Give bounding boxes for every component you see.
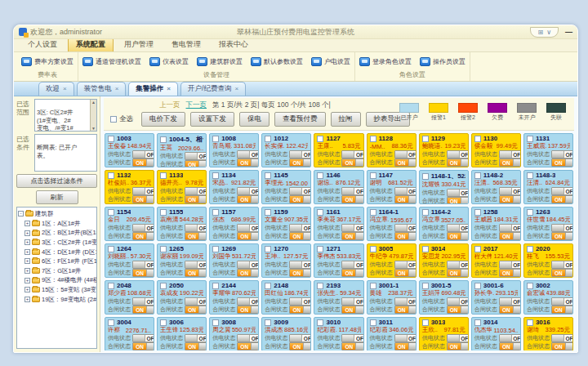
supply-toggle[interactable]: OFF: [341, 150, 363, 158]
expand-icon[interactable]: +: [24, 258, 30, 264]
supply-toggle[interactable]: OFF: [551, 187, 573, 195]
breaker-toggle[interactable]: ON: [185, 160, 207, 167]
minimize-button[interactable]: —: [565, 28, 572, 36]
breaker-toggle[interactable]: ON: [447, 342, 469, 350]
supply-toggle[interactable]: OFF: [185, 261, 207, 269]
breaker-toggle[interactable]: ON: [289, 195, 311, 203]
meter-checkbox[interactable]: [317, 246, 323, 252]
meter-checkbox[interactable]: [527, 136, 533, 142]
expand-icon[interactable]: +: [24, 297, 30, 302]
meter-checkbox[interactable]: [212, 319, 219, 326]
breaker-toggle[interactable]: ON: [132, 269, 154, 277]
tab-close-icon[interactable]: ×: [63, 86, 67, 92]
breaker-toggle[interactable]: ON: [341, 158, 363, 167]
meter-checkbox[interactable]: [108, 319, 114, 326]
meter-checkbox[interactable]: [265, 136, 271, 142]
meter-checkbox[interactable]: [212, 136, 219, 142]
meter-checkbox[interactable]: [474, 246, 481, 252]
action-button[interactable]: 电价下发: [141, 112, 185, 127]
supply-toggle[interactable]: OFF: [447, 297, 469, 306]
supply-toggle[interactable]: OFF: [341, 334, 363, 342]
meter-checkbox[interactable]: [422, 319, 429, 326]
supply-toggle[interactable]: OFF: [394, 297, 416, 306]
breaker-toggle[interactable]: ON: [499, 306, 521, 314]
meter-checkbox[interactable]: [474, 283, 481, 289]
breaker-toggle[interactable]: ON: [499, 195, 521, 203]
tree-item[interactable]: + 1区：A区1#井: [18, 219, 96, 229]
supply-toggle[interactable]: OFF: [551, 224, 573, 232]
breaker-toggle[interactable]: ON: [394, 342, 416, 350]
supply-toggle[interactable]: OFF: [289, 187, 311, 195]
ribbon-item[interactable]: 通道管理机设置: [82, 57, 141, 66]
breaker-toggle[interactable]: ON: [132, 195, 154, 203]
breaker-toggle[interactable]: ON: [447, 158, 469, 167]
breaker-toggle[interactable]: ON: [551, 232, 573, 240]
menu-item[interactable]: 系统配置: [68, 38, 114, 51]
meter-checkbox[interactable]: [265, 246, 271, 252]
window-style-control[interactable]: ⊞ ∨: [530, 27, 559, 38]
supply-toggle[interactable]: OFF: [499, 297, 521, 306]
breaker-toggle[interactable]: ON: [289, 342, 311, 350]
meter-checkbox[interactable]: [160, 209, 167, 216]
next-page-link[interactable]: 下一页: [186, 100, 207, 110]
action-button[interactable]: 保电: [239, 112, 270, 127]
select-all-checkbox[interactable]: [110, 116, 117, 123]
supply-toggle[interactable]: OFF: [447, 334, 469, 342]
menu-item[interactable]: 报表中心: [212, 38, 256, 51]
supply-toggle[interactable]: OFF: [185, 334, 207, 342]
supply-toggle[interactable]: OFF: [237, 187, 259, 195]
listbox-scrollbar[interactable]: ▲ ▼: [90, 100, 96, 131]
supply-toggle[interactable]: OFF: [499, 150, 521, 158]
meter-checkbox[interactable]: [527, 209, 533, 216]
document-tab[interactable]: 集警操作 ×: [128, 82, 178, 96]
expand-icon[interactable]: +: [24, 221, 30, 226]
meter-checkbox[interactable]: [527, 246, 533, 252]
meter-checkbox[interactable]: [212, 209, 219, 216]
breaker-toggle[interactable]: ON: [447, 232, 469, 240]
meter-checkbox[interactable]: [108, 246, 114, 252]
meter-checkbox[interactable]: [317, 319, 323, 326]
supply-toggle[interactable]: OFF: [237, 297, 259, 306]
meter-checkbox[interactable]: [160, 283, 167, 289]
collapse-icon[interactable]: -: [18, 211, 24, 216]
supply-toggle[interactable]: OFF: [289, 224, 311, 232]
supply-toggle[interactable]: OFF: [289, 150, 311, 158]
ribbon-item[interactable]: 建筑群设置: [197, 57, 243, 66]
breaker-toggle[interactable]: ON: [394, 195, 416, 203]
supply-toggle[interactable]: OFF: [132, 224, 154, 232]
supply-toggle[interactable]: OFF: [341, 187, 363, 195]
breaker-toggle[interactable]: ON: [341, 195, 363, 203]
meter-checkbox[interactable]: [474, 136, 481, 142]
meter-checkbox[interactable]: [527, 172, 533, 179]
ribbon-item[interactable]: 费率方案设置: [21, 57, 74, 66]
supply-toggle[interactable]: OFF: [289, 334, 311, 342]
meter-checkbox[interactable]: [370, 209, 376, 216]
breaker-toggle[interactable]: ON: [447, 197, 469, 204]
supply-toggle[interactable]: OFF: [447, 224, 469, 232]
tree-item[interactable]: + 19区：9#变电站 (2#...: [18, 295, 96, 305]
meter-checkbox[interactable]: [108, 209, 114, 216]
meter-checkbox[interactable]: [160, 136, 167, 143]
supply-toggle[interactable]: OFF: [447, 261, 469, 269]
refresh-button[interactable]: 刷新: [36, 190, 78, 204]
tab-close-icon[interactable]: ×: [167, 86, 171, 92]
scroll-down-icon[interactable]: ▼: [91, 126, 96, 132]
meter-checkbox[interactable]: [527, 283, 533, 289]
breaker-toggle[interactable]: ON: [185, 232, 207, 240]
meter-checkbox[interactable]: [265, 283, 271, 289]
meter-checkbox[interactable]: [212, 283, 219, 289]
meter-checkbox[interactable]: [160, 172, 167, 179]
breaker-toggle[interactable]: ON: [341, 306, 363, 314]
breaker-toggle[interactable]: ON: [394, 158, 416, 167]
layout-icon[interactable]: ⊞: [537, 29, 543, 36]
supply-toggle[interactable]: OFF: [499, 261, 521, 269]
breaker-toggle[interactable]: ON: [447, 269, 469, 277]
supply-toggle[interactable]: OFF: [237, 334, 259, 342]
supply-toggle[interactable]: OFF: [551, 297, 573, 306]
action-button[interactable]: 设置下发: [190, 112, 234, 127]
ribbon-item[interactable]: 登录角色设置: [359, 57, 412, 66]
breaker-toggle[interactable]: ON: [185, 342, 207, 350]
breaker-toggle[interactable]: ON: [394, 232, 416, 240]
meter-checkbox[interactable]: [265, 209, 271, 216]
menu-item[interactable]: 用户管理: [117, 38, 161, 51]
